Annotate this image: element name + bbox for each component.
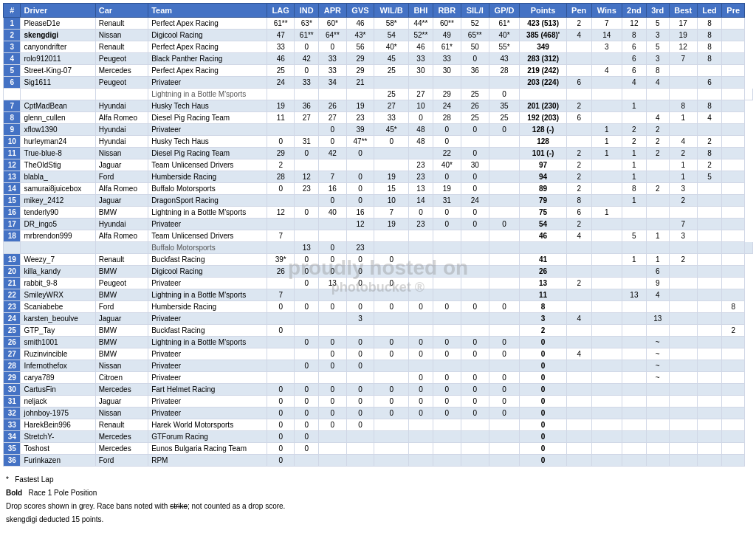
table-cell	[295, 455, 319, 467]
table-cell	[461, 325, 489, 337]
table-cell: 4	[697, 112, 721, 124]
table-cell: rabbit_9-8	[21, 278, 95, 289]
table-cell: 0	[346, 148, 374, 159]
table-cell: 6	[622, 65, 646, 77]
table-cell: 43	[489, 53, 520, 65]
table-cell: 39	[346, 124, 374, 136]
table-cell: Humberside Racing	[148, 301, 267, 313]
table-cell: Sig1611	[21, 77, 95, 89]
table-cell: 29	[346, 53, 374, 65]
table-cell	[295, 159, 319, 171]
table-cell	[669, 384, 697, 396]
table-cell: 61*	[489, 18, 520, 30]
table-cell	[433, 431, 461, 443]
table-cell: 25	[374, 65, 409, 77]
table-cell: smith1001	[21, 337, 95, 348]
table-cell	[647, 408, 669, 419]
table-cell: 0	[433, 219, 461, 230]
table-cell: 8	[520, 301, 566, 313]
table-cell	[489, 207, 520, 219]
table-cell: 6	[566, 77, 591, 89]
table-cell: 0	[489, 372, 520, 384]
table-cell	[697, 313, 721, 325]
table-cell	[647, 171, 669, 183]
table-cell	[697, 301, 721, 313]
table-cell: 8	[4, 112, 21, 124]
table-cell	[374, 148, 409, 159]
table-cell	[722, 89, 745, 100]
table-cell: 0	[461, 372, 489, 384]
table-cell: True-blue-8	[21, 148, 95, 159]
table-cell	[566, 136, 591, 148]
table-cell: 30	[461, 159, 489, 171]
table-cell: 3	[647, 53, 669, 65]
table-cell	[669, 89, 697, 100]
table-cell: 4	[647, 289, 669, 301]
table-cell	[697, 207, 721, 219]
table-cell	[669, 337, 697, 348]
table-cell: Peugeot	[95, 77, 148, 89]
table-cell: 0	[319, 348, 347, 360]
table-cell: 0	[409, 372, 433, 384]
table-cell: 29	[267, 148, 295, 159]
table-cell: 192 (203)	[520, 112, 566, 124]
table-cell: Ford	[95, 301, 148, 313]
table-cell	[409, 431, 433, 443]
footnote-asterisk: * Fastest Lap	[6, 474, 750, 486]
table-cell	[566, 41, 591, 53]
table-cell	[489, 455, 520, 467]
table-cell	[697, 124, 721, 136]
table-cell	[647, 195, 669, 207]
table-cell	[622, 372, 646, 384]
table-cell: 3	[647, 30, 669, 41]
col-wilb: WIL/B	[374, 4, 409, 18]
table-cell: 0	[346, 183, 374, 195]
col-bhi: BHI	[409, 4, 433, 18]
table-cell	[409, 360, 433, 372]
table-cell	[591, 242, 622, 254]
table-cell: Nissan	[95, 360, 148, 372]
table-cell	[591, 53, 622, 65]
table-cell: Mercedes	[95, 431, 148, 443]
table-cell: 0	[520, 384, 566, 396]
table-cell	[346, 455, 374, 467]
table-cell	[647, 325, 669, 337]
table-cell	[722, 53, 745, 65]
table-cell: 0	[409, 384, 433, 396]
table-cell: Perfect Apex Racing	[148, 41, 267, 53]
table-cell	[591, 195, 622, 207]
table-cell: 4	[566, 348, 591, 360]
table-cell: Buffalo Motorsports	[148, 242, 267, 254]
table-cell	[267, 89, 295, 100]
table-cell: ~	[647, 348, 669, 360]
table-cell: 2	[566, 159, 591, 171]
table-cell	[566, 254, 591, 266]
table-cell	[669, 348, 697, 360]
table-cell: 203 (224)	[520, 77, 566, 89]
table-cell	[591, 112, 622, 124]
table-cell: 61**	[295, 30, 319, 41]
table-cell: Buckfast Racing	[148, 325, 267, 337]
table-cell: 101 (-)	[520, 148, 566, 159]
table-cell: 6	[697, 77, 721, 89]
table-cell	[433, 313, 461, 325]
table-cell	[461, 77, 489, 89]
table-cell	[489, 77, 520, 89]
table-cell: 0	[346, 408, 374, 419]
table-cell: 4	[647, 77, 669, 89]
table-cell: 28	[267, 171, 295, 183]
table-cell	[566, 124, 591, 136]
table-cell: 0	[267, 431, 295, 443]
table-cell: Diesel Pig Racing Team	[148, 112, 267, 124]
table-cell: 33	[267, 41, 295, 53]
table-cell: 0	[295, 443, 319, 455]
table-cell: glenn_cullen	[21, 112, 95, 124]
table-cell	[461, 136, 489, 148]
table-cell: Citroen	[95, 372, 148, 384]
table-cell	[489, 242, 520, 254]
table-cell: 0	[520, 348, 566, 360]
col-lag: LAG	[267, 4, 295, 18]
table-cell	[374, 77, 409, 89]
table-cell: 16	[4, 207, 21, 219]
table-cell	[722, 242, 745, 254]
